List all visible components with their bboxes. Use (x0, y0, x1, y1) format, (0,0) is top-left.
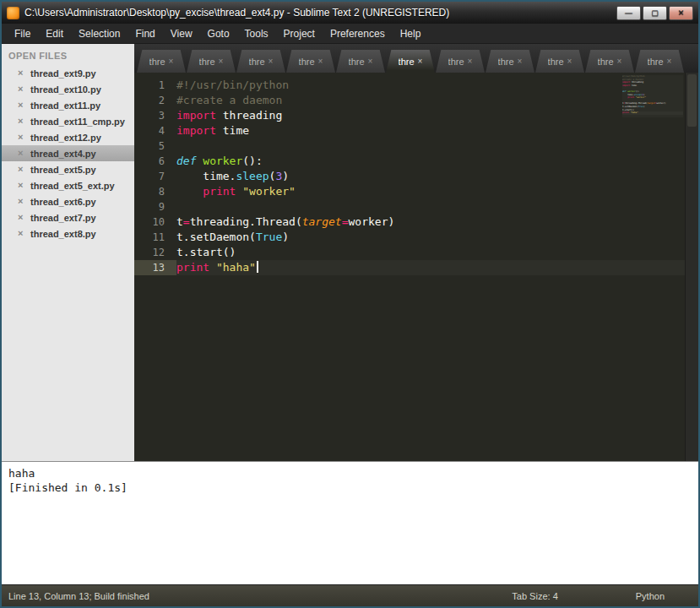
maximize-button[interactable]: ▢ (643, 6, 667, 20)
sidebar-file-thread_ext7.py[interactable]: ×thread_ext7.py (2, 209, 134, 225)
file-close-icon[interactable]: × (18, 100, 25, 110)
sidebar-file-thread_ext12.py[interactable]: ×thread_ext12.py (2, 129, 134, 145)
tab-3[interactable]: thre× (236, 50, 285, 73)
file-close-icon[interactable]: × (18, 213, 25, 222)
editor-body[interactable]: 1#!/usr/bin/python2#create a daemon3impo… (134, 73, 698, 461)
line-number: 10 (134, 214, 176, 230)
menu-item-edit[interactable]: Edit (38, 25, 71, 42)
tab-8[interactable]: thre× (486, 50, 534, 73)
tab-label: thre (199, 57, 215, 67)
title-bar[interactable]: C:\Users\Administrator\Desktop\py_excise… (2, 2, 698, 24)
line-number: 5 (134, 138, 176, 154)
tab-close-icon[interactable]: × (667, 57, 672, 66)
code-line-6[interactable]: 6def worker(): (134, 154, 686, 169)
sidebar-file-thread_ext5_ext.py[interactable]: ×thread_ext5_ext.py (2, 177, 134, 193)
window-controls: — ▢ ✕ (616, 6, 693, 20)
file-name: thread_ext5_ext.py (30, 181, 115, 191)
minimize-button[interactable]: — (616, 6, 641, 20)
tab-1[interactable]: thre× (137, 50, 186, 73)
tab-4[interactable]: thre× (286, 50, 335, 73)
file-close-icon[interactable]: × (18, 165, 25, 174)
tab-close-icon[interactable]: × (169, 57, 174, 66)
file-name: thread_ext12.py (30, 133, 101, 143)
menu-item-find[interactable]: Find (128, 25, 162, 42)
code-line-12[interactable]: 12t.start() (134, 245, 686, 260)
file-close-icon[interactable]: × (18, 133, 25, 142)
tab-label: thre (498, 57, 514, 67)
code-line-13[interactable]: 13print "haha" (134, 260, 686, 275)
menu-item-help[interactable]: Help (393, 25, 429, 42)
sidebar-file-thread_ext5.py[interactable]: ×thread_ext5.py (2, 161, 134, 177)
tab-10[interactable]: thre× (585, 50, 634, 73)
tab-label: thre (249, 57, 265, 67)
status-syntax[interactable]: Python (636, 591, 665, 601)
file-name: thread_ext5.py (30, 165, 96, 175)
menu-item-tools[interactable]: Tools (237, 25, 276, 42)
file-close-icon[interactable]: × (18, 149, 25, 158)
menu-item-selection[interactable]: Selection (71, 25, 128, 42)
menu-item-preferences[interactable]: Preferences (323, 25, 393, 42)
tab-bar: thre×thre×thre×thre×thre×thre×thre×thre×… (134, 44, 698, 73)
menu-item-file[interactable]: File (7, 25, 38, 42)
code-line-4[interactable]: 4import time (134, 123, 686, 138)
tab-close-icon[interactable]: × (269, 57, 274, 66)
tab-close-icon[interactable]: × (318, 57, 323, 66)
tab-7[interactable]: thre× (436, 50, 485, 73)
sidebar-file-thread_ext6.py[interactable]: ×thread_ext6.py (2, 193, 134, 209)
tab-label: thre (648, 57, 664, 67)
tab-label: thre (548, 57, 564, 67)
code-line-1[interactable]: 1#!/usr/bin/python (134, 78, 686, 93)
menu-item-view[interactable]: View (163, 25, 200, 42)
scrollbar-thumb[interactable] (687, 74, 697, 127)
code-line-3[interactable]: 3import threading (134, 108, 686, 123)
file-close-icon[interactable]: × (18, 197, 25, 206)
tab-6-active[interactable]: thre× (386, 50, 435, 73)
code-line-8[interactable]: 8 print "worker" (134, 184, 686, 199)
tab-close-icon[interactable]: × (418, 57, 423, 66)
sidebar-file-thread_ext10.py[interactable]: ×thread_ext10.py (2, 81, 134, 97)
line-number: 6 (134, 154, 176, 169)
line-number: 9 (134, 199, 176, 214)
line-number: 11 (134, 230, 176, 245)
menu-item-project[interactable]: Project (276, 25, 323, 42)
line-number: 3 (134, 108, 176, 123)
tab-close-icon[interactable]: × (567, 57, 572, 66)
file-close-icon[interactable]: × (18, 117, 25, 126)
code-line-9[interactable]: 9 (134, 199, 686, 214)
file-name: thread_ext11_cmp.py (30, 117, 125, 127)
tab-9[interactable]: thre× (535, 50, 584, 73)
sidebar-file-thread_ext11_cmp.py[interactable]: ×thread_ext11_cmp.py (2, 113, 134, 129)
code-line-2[interactable]: 2#create a daemon (134, 93, 686, 108)
vertical-scrollbar[interactable] (685, 73, 698, 461)
code-line-5[interactable]: 5 (134, 138, 686, 154)
tab-close-icon[interactable]: × (368, 57, 373, 66)
sidebar-file-thread_ext9.py[interactable]: ×thread_ext9.py (2, 65, 134, 81)
file-close-icon[interactable]: × (18, 181, 25, 190)
tab-2[interactable]: thre× (187, 50, 236, 73)
close-button[interactable]: ✕ (669, 6, 693, 20)
tab-close-icon[interactable]: × (617, 57, 622, 66)
tab-5[interactable]: thre× (336, 50, 385, 73)
sidebar-file-thread_ext8.py[interactable]: ×thread_ext8.py (2, 225, 134, 242)
tab-close-icon[interactable]: × (518, 57, 523, 66)
tab-close-icon[interactable]: × (219, 57, 224, 66)
line-number: 8 (134, 184, 176, 199)
output-line: haha (8, 466, 692, 480)
sidebar-file-thread_ext4.py[interactable]: ×thread_ext4.py (2, 145, 134, 161)
file-close-icon[interactable]: × (18, 229, 25, 238)
code-area[interactable]: 1#!/usr/bin/python2#create a daemon3impo… (134, 73, 686, 461)
tab-11[interactable]: thre× (635, 50, 684, 73)
sublime-text-app-icon (7, 7, 19, 19)
code-line-11[interactable]: 11t.setDaemon(True) (134, 230, 686, 245)
status-tab-size[interactable]: Tab Size: 4 (512, 591, 557, 601)
tab-close-icon[interactable]: × (468, 57, 473, 66)
sidebar-file-thread_ext11.py[interactable]: ×thread_ext11.py (2, 97, 134, 113)
menu-item-goto[interactable]: Goto (200, 25, 237, 42)
file-close-icon[interactable]: × (18, 84, 25, 94)
minimap[interactable]: #!/usr/bin/python#create a daemonimport … (622, 75, 683, 117)
line-number: 1 (134, 78, 176, 93)
code-line-10[interactable]: 10t=threading.Thread(target=worker) (134, 214, 686, 230)
code-line-7[interactable]: 7 time.sleep(3) (134, 169, 686, 184)
file-close-icon[interactable]: × (18, 68, 25, 78)
file-name: thread_ext4.py (30, 149, 96, 159)
